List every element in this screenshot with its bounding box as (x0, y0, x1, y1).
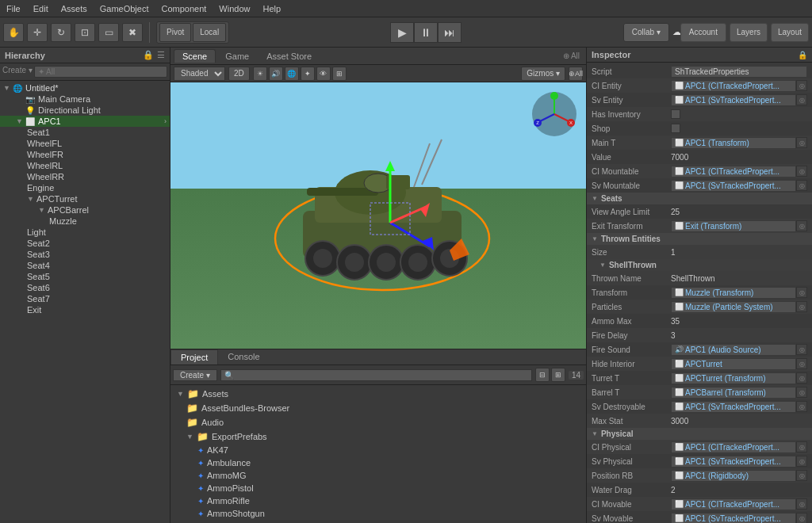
tree-apcbarrel[interactable]: ▼ APCBarrel (0, 204, 170, 216)
project-ammoshotgun[interactable]: ✦ AmmoShotgun (170, 507, 586, 520)
transform-tool-btn[interactable]: ✖ (122, 23, 143, 42)
main-t-pick-btn[interactable]: ◎ (796, 137, 807, 148)
ci-mountable-value[interactable]: ⬜ APC1 (CITrackedPropert... (671, 166, 796, 178)
create-btn[interactable]: Create ▾ (173, 369, 217, 381)
sv-destroyable-value[interactable]: ⬜ APC1 (SvTrackedPropert... (671, 401, 796, 413)
scale-tool-btn[interactable]: ⊡ (75, 23, 95, 42)
tree-light[interactable]: Light (0, 227, 170, 238)
menu-component[interactable]: Component (155, 2, 213, 15)
ci-movable-pick-btn[interactable]: ◎ (796, 498, 807, 510)
tree-exit[interactable]: Exit (0, 304, 170, 315)
fire-sound-pick-btn[interactable]: ◎ (796, 344, 807, 355)
barrel-t-pick-btn[interactable]: ◎ (796, 387, 807, 398)
fire-sound-value[interactable]: 🔊 APC1 (Audio Source) (671, 344, 796, 356)
hierarchy-create-btn[interactable]: Create ▾ (2, 66, 33, 78)
sv-mountable-pick-btn[interactable]: ◎ (796, 180, 807, 191)
project-ammorifle[interactable]: ✦ AmmoRifle (170, 494, 586, 507)
project-ammopistol[interactable]: ✦ AmmoPistol (170, 482, 586, 494)
main-t-value[interactable]: ⬜ APC1 (Transform) (671, 137, 796, 149)
has-inventory-checkbox[interactable] (671, 109, 680, 119)
script-value[interactable]: ShTrackedProperties (671, 66, 807, 78)
ci-movable-value[interactable]: ⬜ APC1 (CITrackedPropert... (671, 498, 796, 510)
position-rb-value[interactable]: ⬜ APC1 (Rigidbody) (671, 470, 796, 482)
menu-assets[interactable]: Assets (55, 2, 94, 15)
hierarchy-lock-icon[interactable]: 🔒 (143, 50, 154, 60)
tree-wheelfl[interactable]: WheelFL (0, 138, 170, 149)
tree-main-camera[interactable]: 📷 Main Camera (0, 94, 170, 105)
grid-btn[interactable]: ⊞ (332, 67, 347, 81)
transform-pick-btn[interactable]: ◎ (796, 287, 807, 298)
sv-entity-value[interactable]: ⬜ APC1 (SvTrackedPropert... (671, 94, 796, 106)
shell-thrown-section[interactable]: ▼ ShellThrown (587, 259, 812, 271)
move-tool-btn[interactable]: ✛ (27, 23, 48, 42)
scene-viewport[interactable]: Y X Z (170, 82, 586, 349)
tree-seat6[interactable]: Seat6 (0, 282, 170, 293)
filter-btn[interactable]: ⊟ (535, 368, 550, 382)
play-btn[interactable]: ▶ (390, 22, 414, 43)
sv-movable-pick-btn[interactable]: ◎ (796, 513, 807, 523)
collab-btn[interactable]: Collab ▾ (623, 23, 669, 42)
inspector-lock-icon[interactable]: 🔒 (798, 51, 807, 59)
all-layers-btn[interactable]: ⊕All (569, 67, 583, 81)
hierarchy-menu-icon[interactable]: ☰ (157, 50, 165, 60)
tree-apc1[interactable]: ▼ ⬜ APC1 › (0, 116, 170, 127)
barrel-t-value[interactable]: ⬜ APCBarrel (Transform) (671, 387, 796, 399)
project-assets-root[interactable]: ▼ 📁 Assets (170, 387, 586, 401)
tab-console[interactable]: Console (218, 349, 269, 365)
ci-physical-value[interactable]: ⬜ APC1 (CITrackedPropert... (671, 441, 796, 453)
hand-tool-btn[interactable]: ✋ (3, 23, 24, 42)
menu-window[interactable]: Window (213, 2, 256, 15)
transform-value[interactable]: ⬜ Muzzle (Transform) (671, 287, 796, 299)
audio-btn[interactable]: 🔊 (269, 67, 283, 81)
project-exportprefabs[interactable]: ▼ 📁 ExportPrefabs (170, 429, 586, 444)
hierarchy-search-input[interactable] (34, 66, 167, 78)
turret-t-value[interactable]: ⬜ APCTurret (Transform) (671, 372, 796, 384)
tree-seat3[interactable]: Seat3 (0, 249, 170, 260)
gizmos-btn[interactable]: Gizmos ▾ (521, 67, 565, 81)
ci-entity-pick-btn[interactable]: ◎ (796, 80, 807, 91)
tree-wheelrl[interactable]: WheelRL (0, 160, 170, 171)
local-btn[interactable]: Local (193, 23, 226, 42)
layout-btn[interactable]: Layout (771, 23, 809, 42)
layers-btn[interactable]: Layers (730, 23, 768, 42)
tree-seat2[interactable]: Seat2 (0, 238, 170, 249)
hide-interior-pick-btn[interactable]: ◎ (796, 358, 807, 369)
tree-seat7[interactable]: Seat7 (0, 293, 170, 304)
exit-transform-pick-btn[interactable]: ◎ (796, 220, 807, 231)
menu-file[interactable]: File (0, 2, 27, 15)
ci-entity-value[interactable]: ⬜ APC1 (CITrackedPropert... (671, 80, 796, 92)
tab-asset-store[interactable]: Asset Store (259, 50, 320, 63)
position-rb-pick-btn[interactable]: ◎ (796, 470, 807, 481)
account-btn[interactable]: Account (680, 23, 726, 42)
sv-mountable-value[interactable]: ⬜ APC1 (SvTrackedPropert... (671, 180, 796, 192)
project-assetbundles[interactable]: 📁 AssetBundles-Browser (170, 401, 586, 415)
tree-wheelfr[interactable]: WheelFR (0, 149, 170, 160)
project-search-input[interactable] (220, 369, 532, 381)
skybox-btn[interactable]: 🌐 (285, 67, 299, 81)
sv-physical-value[interactable]: ⬜ APC1 (SvTrackedPropert... (671, 456, 796, 468)
tree-seat1[interactable]: Seat1 (0, 127, 170, 138)
tree-directional-light[interactable]: 💡 Directional Light (0, 105, 170, 116)
hidden-btn[interactable]: 👁 (316, 67, 331, 81)
turret-t-pick-btn[interactable]: ◎ (796, 372, 807, 384)
pause-btn[interactable]: ⏸ (414, 22, 438, 43)
tab-project[interactable]: Project (170, 349, 218, 365)
project-ammosmg[interactable]: ✦ AmmoSMG (170, 520, 586, 523)
project-audio[interactable]: 📁 Audio (170, 415, 586, 429)
tree-untitled[interactable]: ▼ 🌐 Untitled* (0, 82, 170, 94)
tree-seat4[interactable]: Seat4 (0, 260, 170, 271)
sv-destroyable-pick-btn[interactable]: ◎ (796, 401, 807, 412)
thrown-entities-section[interactable]: ▼ Thrown Entities (587, 233, 812, 245)
rect-tool-btn[interactable]: ▭ (98, 23, 119, 42)
lights-btn[interactable]: ☀ (253, 67, 267, 81)
step-btn[interactable]: ⏭ (438, 22, 462, 43)
sv-entity-pick-btn[interactable]: ◎ (796, 94, 807, 105)
effects-btn[interactable]: ✦ (301, 67, 315, 81)
menu-help[interactable]: Help (256, 2, 287, 15)
tree-engine[interactable]: Engine (0, 182, 170, 193)
particles-pick-btn[interactable]: ◎ (796, 301, 807, 312)
project-ak47[interactable]: ✦ AK47 (170, 444, 586, 456)
ci-mountable-pick-btn[interactable]: ◎ (796, 166, 807, 177)
layout-view-btn[interactable]: ⊞ (551, 368, 565, 382)
pivot-btn[interactable]: Pivot (159, 23, 191, 42)
